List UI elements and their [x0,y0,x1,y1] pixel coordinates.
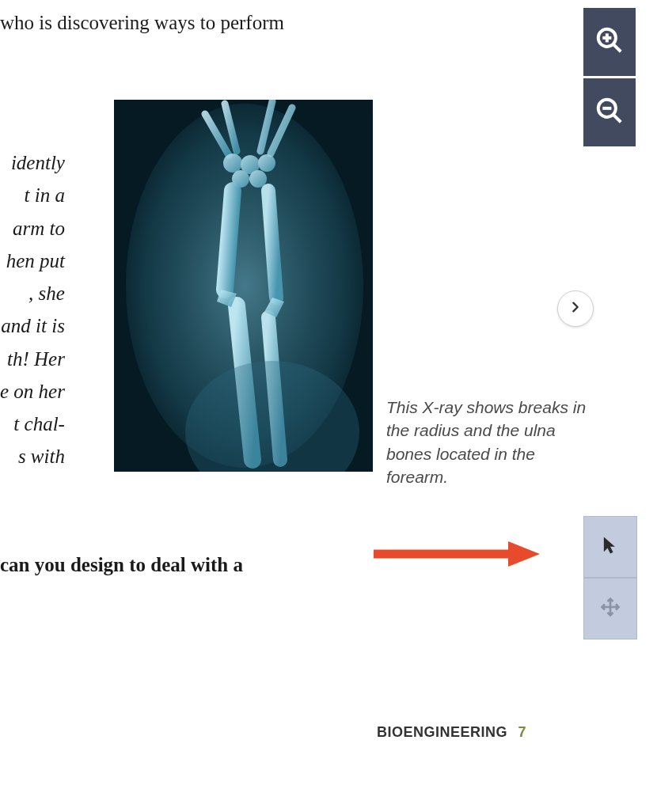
body-fragment: s with [0,440,65,472]
intro-text-fragment: who is discovering ways to perform [0,12,284,34]
body-fragment: t chal- [0,408,65,440]
zoom-in-button[interactable] [583,8,636,76]
pointer-tool-button[interactable] [583,516,637,578]
svg-point-2 [223,154,242,173]
chevron-right-icon [569,301,582,317]
body-text-fragments: idently t in a arm to hen put , she and … [0,146,65,473]
body-fragment: idently [0,146,65,179]
document-page: who is discovering ways to perform ident… [0,0,594,812]
xray-image [114,100,373,472]
question-text: can you design to deal with a [0,554,243,576]
move-icon [599,596,621,621]
svg-line-17 [614,116,621,123]
svg-line-13 [614,45,621,52]
move-tool-button[interactable] [583,578,637,639]
zoom-controls [583,8,636,149]
highlight-arrow [370,538,540,570]
footer-section-label: BIOENGINEERING [377,724,507,740]
pointer-icon [599,534,621,560]
body-fragment: t in a [0,179,65,211]
body-fragment: , she [0,277,65,309]
page-footer: BIOENGINEERING 7 [377,724,526,741]
image-caption: This X-ray shows breaks in the radius an… [386,396,592,489]
footer-page-number: 7 [518,724,526,740]
zoom-in-icon [594,25,625,59]
svg-marker-11 [508,541,540,567]
body-fragment: hen put [0,245,65,277]
body-fragment: and it is [0,309,65,342]
zoom-out-icon [594,96,625,129]
body-fragment: arm to [0,212,65,245]
body-fragment: th! Her [0,343,65,375]
svg-point-6 [249,170,267,188]
svg-point-4 [258,154,275,172]
tool-panel [583,516,637,639]
zoom-out-button[interactable] [583,78,636,146]
body-fragment: e on her [0,375,65,408]
next-page-button[interactable] [557,290,594,327]
